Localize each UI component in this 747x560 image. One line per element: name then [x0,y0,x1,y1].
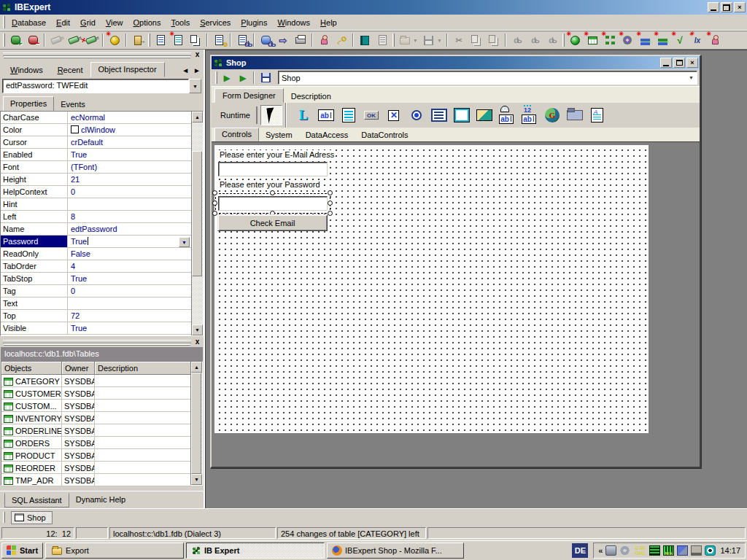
shop-close-button[interactable]: × [686,58,698,68]
property-grid-scrollbar[interactable]: ▲ ▼ [191,112,203,335]
object-selector-dropdown-button[interactable]: ▼ [189,79,201,93]
label-tool-button[interactable]: L [295,106,312,124]
dock-drag-grip[interactable] [3,52,191,56]
unregister-database-button[interactable] [24,32,42,48]
run-form-alt-button[interactable]: ▶ [235,71,251,85]
new-procedure-button[interactable] [601,32,619,48]
shop-minimize-button[interactable] [660,58,672,68]
register-database-button[interactable] [7,32,24,48]
table-row[interactable]: TMP_ADRSYSDBA [1,474,190,486]
property-row[interactable]: CharCaseecNormal [1,112,191,124]
property-row[interactable]: TabStopTrue [1,273,191,285]
exit-button[interactable] [129,32,147,48]
property-row[interactable]: CursorcrDefault [1,136,191,149]
radiobutton-tool-button[interactable] [408,106,425,124]
selection-handle[interactable] [328,211,333,216]
new-index-button[interactable]: Ix [689,32,706,48]
cut-button[interactable]: ✂ [450,32,468,48]
windowbar-grip[interactable] [3,512,5,523]
taskbar-item-ibexpert[interactable]: IB Expert [186,542,325,559]
menu-options[interactable]: Options [128,16,166,29]
tray-collapse-icon[interactable]: « [598,546,603,555]
blob-viewer-button[interactable] [356,32,374,48]
table-row[interactable]: ORDERLINESYSDBA [1,424,190,437]
property-row[interactable]: Left8 [1,211,191,223]
tray-camera-icon[interactable] [605,545,616,556]
report-button[interactable] [374,32,391,48]
scroll-up-icon[interactable]: ▲ [191,362,202,373]
menu-services[interactable]: Services [195,16,236,29]
selection-handle[interactable] [212,201,217,206]
run-form-button[interactable]: ▶ [219,71,235,85]
table-row[interactable]: ORDERSSYSDBA [1,437,190,449]
sql-assistant-close-button[interactable]: x [193,338,202,346]
property-row[interactable]: Hint [1,198,191,211]
tab-scroll-left-icon[interactable]: ◄ [182,66,189,74]
new-view-button[interactable] [654,32,671,48]
menu-windows[interactable]: Windows [272,16,315,29]
splitter-drag-grip[interactable] [3,340,191,343]
memo-tool-button[interactable] [340,106,357,124]
print-button[interactable] [292,32,309,48]
toolbar-grip[interactable] [3,34,5,47]
sql-windows-button[interactable] [187,32,204,48]
column-description[interactable]: Description [95,362,190,374]
db-grid-scrollbar[interactable]: ▲ ▼ [190,362,202,485]
property-row[interactable]: Text [1,298,191,310]
tray-battery-icon[interactable]: N/A [663,545,674,556]
form-selector-value[interactable]: Shop [282,74,301,82]
restore-button[interactable] [721,2,732,12]
password-label[interactable]: Please enter your Password [219,180,321,189]
new-trigger-button[interactable] [619,32,636,48]
property-row[interactable]: EnabledTrue [1,149,191,161]
web-tool-button[interactable]: G [543,106,561,124]
object-selector-combo[interactable]: edtPassword: TWFEdit ▼ [2,79,201,93]
disconnect-database-button[interactable] [82,32,100,48]
sql-editor-button[interactable] [152,32,169,48]
table-row[interactable]: CUSTOM...SYSDBA [1,400,190,412]
property-dropdown-button[interactable]: ▼ [179,237,190,247]
password-edit-selected[interactable] [218,196,328,211]
shop-toolbar-grip[interactable] [215,71,217,84]
table-row[interactable]: PRODUCTSYSDBA [1,449,190,462]
taskbar-item-export[interactable]: Export [45,542,184,559]
database-info-button[interactable] [47,32,65,48]
tray-eye-icon[interactable] [705,545,716,556]
timeedit-tool-button[interactable]: 🕐abI [498,106,516,124]
column-objects[interactable]: Objects [1,362,62,374]
richtext-tool-button[interactable]: A [589,106,606,124]
search-metadata-button[interactable]: dь [257,32,274,48]
table-row[interactable]: REORDERSYSDBA [1,462,190,474]
tab-dataaccess[interactable]: DataAccess [299,129,355,141]
paste-button[interactable] [485,32,503,48]
menu-database[interactable]: Database [7,16,51,29]
table-row[interactable]: CATEGORYSYSDBA [1,375,190,387]
new-domain-button[interactable]: √ [671,32,689,48]
form-selector-combo[interactable]: Shop ▼ [278,71,697,85]
property-row[interactable]: HelpContext0 [1,186,191,198]
shop-titlebar[interactable]: Shop × [212,56,700,69]
panel-tool-button[interactable] [453,106,471,124]
scroll-down-icon[interactable]: ▼ [192,324,203,335]
new-generator-button[interactable] [636,32,654,48]
property-row[interactable]: Font(TFont) [1,161,191,174]
tray-cpu-meter-icon[interactable] [649,545,660,556]
password-value-editor[interactable]: True [71,237,87,246]
export-data-button[interactable]: ⇨ [274,32,292,48]
property-row[interactable]: VisibleTrue [1,322,191,335]
menu-view[interactable]: View [101,16,128,29]
new-role-button[interactable] [706,32,724,48]
menu-grid[interactable]: Grid [75,16,101,29]
new-sql-editor-button[interactable] [169,32,187,48]
tab-sql-assistant[interactable]: SQL Assistant [4,493,69,508]
column-owner[interactable]: Owner [62,362,95,374]
property-row-selected[interactable]: PasswordTrue▼ [1,236,191,248]
scroll-thumb[interactable] [191,373,201,474]
minimize-button[interactable] [708,2,719,12]
taskbar-item-mozilla[interactable]: IBExpert Shop - Mozilla F... [327,542,464,559]
tray-settings-icon[interactable] [619,545,630,556]
open-button[interactable]: ▼ [396,32,420,48]
menu-help[interactable]: Help [315,16,342,29]
start-button[interactable]: Start [1,542,43,559]
save-button[interactable]: ▼ [420,32,444,48]
